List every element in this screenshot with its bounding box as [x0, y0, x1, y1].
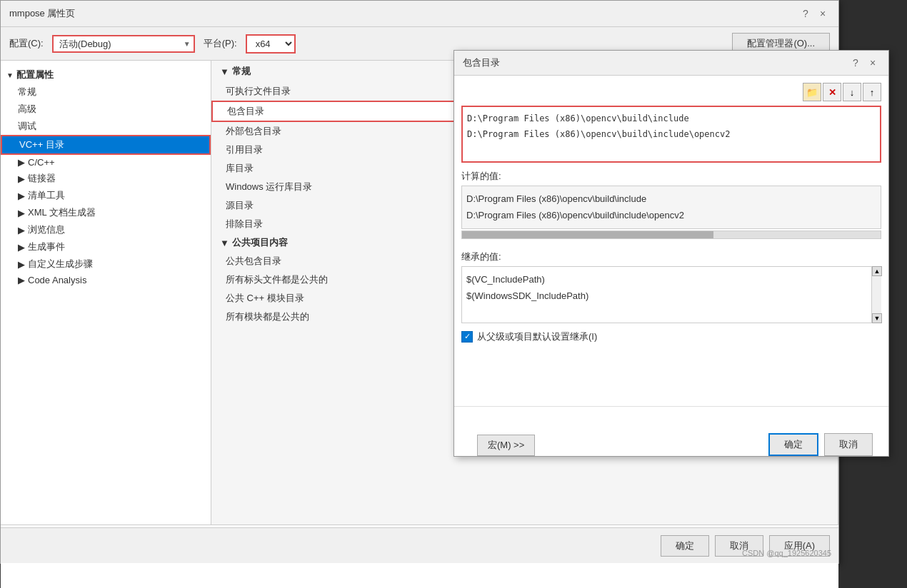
help-button[interactable]: ?	[798, 6, 813, 21]
tree-item-debug[interactable]: 调试	[1, 118, 211, 135]
add-folder-button[interactable]: 📁	[803, 83, 821, 101]
expand-code-analysis-icon: ▶	[18, 275, 25, 285]
inherit-scrollbar: ▲ ▼	[871, 266, 881, 323]
inherit-value-1: $(VC_IncludePath)	[466, 271, 876, 288]
sub-ok-button[interactable]: 确定	[768, 433, 818, 456]
include-path-2: D:\Program Files (x86)\opencv\build\incl…	[467, 127, 876, 143]
macro-button[interactable]: 宏(M) >>	[477, 435, 535, 456]
prop-section-public-label: 公共项目内容	[232, 236, 288, 249]
tree-item-vc-directories[interactable]: VC++ 目录	[1, 135, 211, 155]
delete-button[interactable]: ✕	[823, 83, 841, 101]
arrow-up-icon: ↑	[870, 87, 875, 98]
include-path-1: D:\Program Files (x86)\opencv\build\incl…	[467, 111, 876, 127]
main-dialog-title: mmpose 属性页	[9, 7, 75, 20]
tree-item-linker[interactable]: ▶ 链接器	[1, 170, 211, 187]
sub-cancel-button[interactable]: 取消	[824, 433, 873, 456]
tree-root-label: 配置属性	[16, 69, 54, 81]
sub-content: 📁 ✕ ↓ ↑ D:\Program Files (x86)\opencv\bu…	[454, 76, 888, 407]
folder-icon: 📁	[806, 87, 818, 98]
delete-icon: ✕	[828, 87, 836, 98]
tree-item-cpp[interactable]: ▶ C/C++	[1, 155, 211, 170]
platform-select[interactable]: x64	[246, 34, 296, 54]
expand-manifest-icon: ▶	[18, 191, 25, 201]
move-down-button[interactable]: ↓	[843, 83, 861, 101]
calc-label: 计算的值:	[461, 170, 881, 183]
platform-select-wrapper: x64	[246, 34, 296, 54]
main-ok-button[interactable]: 确定	[661, 535, 709, 557]
inherit-section: 继承的值: $(VC_IncludePath) $(WindowsSDK_Inc…	[461, 250, 881, 323]
expand-custom-build-icon: ▶	[18, 259, 25, 270]
sub-title-controls: ? ×	[848, 56, 880, 70]
config-label: 配置(C):	[9, 37, 44, 50]
inherit-checkbox-label: 从父级或项目默认设置继承(I)	[477, 330, 597, 343]
sub-title-bar: 包含目录 ? ×	[454, 51, 888, 76]
expand-browse-icon: ▶	[18, 225, 25, 235]
tree-item-browse[interactable]: ▶ 浏览信息	[1, 221, 211, 238]
expand-linker-icon: ▶	[18, 173, 25, 184]
tree-root[interactable]: ▼ 配置属性	[1, 66, 211, 83]
ok-cancel-buttons: 确定 取消	[768, 433, 873, 456]
config-select-wrapper: 活动(Debug) ▼	[52, 35, 195, 53]
include-list[interactable]: D:\Program Files (x86)\opencv\build\incl…	[461, 106, 881, 163]
sub-help-button[interactable]: ?	[848, 56, 863, 70]
main-buttons: 确定 取消 应用(A)	[1, 527, 838, 563]
watermark: CSDN @qq_1925620345	[742, 549, 831, 557]
prop-section-arrow-icon: ▼	[220, 66, 229, 77]
tree-item-code-analysis[interactable]: ▶ Code Analysis	[1, 273, 211, 288]
tree-item-advanced[interactable]: 高级	[1, 101, 211, 118]
calc-value-1: D:\Program Files (x86)\opencv\build\incl…	[466, 191, 876, 207]
inherit-values-container: $(VC_IncludePath) $(WindowsSDK_IncludePa…	[461, 266, 881, 323]
collapse-arrow-icon: ▼	[6, 71, 14, 79]
sub-dialog-include: 包含目录 ? × 📁 ✕ ↓ ↑ D:\Program Files (x86)\…	[454, 50, 889, 457]
scroll-down-button[interactable]: ▼	[872, 313, 882, 323]
calc-section: 计算的值: D:\Program Files (x86)\opencv\buil…	[461, 170, 881, 240]
inherit-value-2: $(WindowsSDK_IncludePath)	[466, 288, 876, 304]
sub-toolbar: 📁 ✕ ↓ ↑	[461, 83, 881, 101]
move-up-button[interactable]: ↑	[863, 83, 881, 101]
prop-section-public-arrow-icon: ▼	[220, 238, 229, 248]
close-button[interactable]: ×	[816, 6, 830, 21]
sub-close-button[interactable]: ×	[866, 56, 880, 70]
calc-values: D:\Program Files (x86)\opencv\build\incl…	[461, 186, 881, 229]
expand-build-events-icon: ▶	[18, 242, 25, 253]
tree-item-custom-build[interactable]: ▶ 自定义生成步骤	[1, 255, 211, 273]
arrow-down-icon: ↓	[850, 87, 855, 98]
expand-cpp-icon: ▶	[18, 157, 25, 168]
sub-buttons: 宏(M) >> 确定 取消	[454, 406, 888, 456]
expand-xml-icon: ▶	[18, 208, 25, 218]
inherit-checkbox[interactable]: ✓	[461, 331, 473, 343]
horizontal-scrollbar[interactable]	[461, 230, 881, 239]
main-title-bar: mmpose 属性页 ? ×	[1, 1, 838, 27]
title-bar-controls: ? ×	[798, 6, 830, 21]
inherit-checkbox-row: ✓ 从父级或项目默认设置继承(I)	[461, 330, 881, 343]
config-select[interactable]: 活动(Debug)	[52, 35, 195, 53]
tree-item-general[interactable]: 常规	[1, 83, 211, 101]
scroll-up-button[interactable]: ▲	[872, 266, 882, 276]
prop-section-label: 常规	[232, 65, 251, 78]
scrollbar-thumb	[462, 231, 713, 238]
tree-item-build-events[interactable]: ▶ 生成事件	[1, 238, 211, 255]
tree-panel: ▼ 配置属性 常规 高级 调试 VC++ 目录 ▶ C/C++ ▶ 链接器 ▶ …	[1, 61, 211, 524]
checkmark-icon: ✓	[464, 332, 471, 341]
sub-dialog-title: 包含目录	[463, 56, 500, 69]
inherit-values: $(VC_IncludePath) $(WindowsSDK_IncludePa…	[461, 266, 881, 323]
inherit-label: 继承的值:	[461, 250, 881, 263]
tree-item-manifest[interactable]: ▶ 清单工具	[1, 187, 211, 204]
platform-label: 平台(P):	[204, 37, 237, 50]
calc-value-2: D:\Program Files (x86)\opencv\build\incl…	[466, 207, 876, 223]
tree-item-xml[interactable]: ▶ XML 文档生成器	[1, 204, 211, 221]
